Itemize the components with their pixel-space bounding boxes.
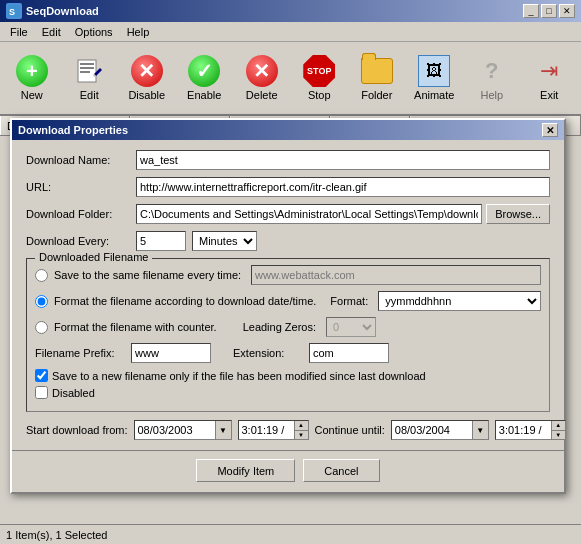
end-time-box: ▲ ▼ [495,420,566,440]
end-time-input[interactable] [496,421,551,439]
end-date-dropdown[interactable]: ▼ [472,421,488,439]
downloaded-filename-group: Downloaded Filename Save to the same fil… [26,258,550,412]
cancel-button[interactable]: Cancel [303,459,379,482]
toolbar-disable-button[interactable]: ✕ Disable [121,48,173,108]
url-row: URL: [26,177,550,197]
start-label: Start download from: [26,424,128,436]
toolbar-edit-button[interactable]: Edit [64,48,116,108]
stop-icon: STOP [303,55,335,87]
radio-format-date[interactable] [35,295,48,308]
radio1-row: Save to the same filename every time: [35,265,541,285]
ext-input[interactable] [309,343,389,363]
download-name-input[interactable] [136,150,550,170]
folder-input[interactable] [136,204,482,224]
toolbar-stop-button[interactable]: STOP Stop [294,48,346,108]
svg-rect-4 [80,67,94,69]
menu-file[interactable]: File [4,24,34,40]
check2-label: Disabled [52,387,95,399]
download-properties-dialog: Download Properties ✕ Download Name: URL… [10,118,566,494]
menu-options[interactable]: Options [69,24,119,40]
svg-text:S: S [9,7,15,17]
toolbar-animate-button[interactable]: 🖼 Animate [409,48,461,108]
url-label: URL: [26,181,136,193]
dialog-footer: Modify Item Cancel [12,450,564,492]
toolbar-new-button[interactable]: + New [6,48,58,108]
disable-icon: ✕ [131,55,163,87]
folder-label: Download Folder: [26,208,136,220]
toolbar-exit-button[interactable]: ⇥ Exit [524,48,576,108]
check2-row: Disabled [35,386,541,399]
app-icon: S [6,3,22,19]
folder-icon [361,55,393,87]
toolbar-folder-label: Folder [361,89,392,101]
menu-bar: File Edit Options Help [0,22,581,42]
every-input[interactable] [136,231,186,251]
download-every-row: Download Every: Minutes Hours Days [26,231,550,251]
start-date-box: ▼ [134,420,232,440]
toolbar-help-button[interactable]: ? Help [466,48,518,108]
groupbox-label: Downloaded Filename [35,251,152,263]
start-time-input[interactable] [239,421,294,439]
end-time-down[interactable]: ▼ [552,431,565,440]
minimize-button[interactable]: _ [523,4,539,18]
start-date-dropdown[interactable]: ▼ [215,421,231,439]
toolbar-delete-button[interactable]: ✕ Delete [236,48,288,108]
start-time-box: ▲ ▼ [238,420,309,440]
prefix-ext-row: Filename Prefix: Extension: [35,343,541,363]
radio1-label: Save to the same filename every time: [54,269,241,281]
new-icon: + [16,55,48,87]
toolbar-exit-label: Exit [540,89,558,101]
toolbar: + New Edit ✕ Disable ✓ Enable ✕ [0,42,581,116]
end-time-spin: ▲ ▼ [551,421,565,439]
svg-rect-3 [80,63,94,65]
app-title: SeqDownload [26,5,99,17]
menu-edit[interactable]: Edit [36,24,67,40]
help-icon: ? [476,55,508,87]
toolbar-animate-label: Animate [414,89,454,101]
animate-icon: 🖼 [418,55,450,87]
check1-row: Save to a new filename only if the file … [35,369,541,382]
start-time-down[interactable]: ▼ [295,431,308,440]
end-date-input[interactable] [392,421,472,439]
maximize-button[interactable]: □ [541,4,557,18]
prefix-label: Filename Prefix: [35,347,125,359]
radio-same-filename[interactable] [35,269,48,282]
folder-row: Download Folder: Browse... [26,204,550,224]
modified-checkbox[interactable] [35,369,48,382]
toolbar-edit-label: Edit [80,89,99,101]
start-time-up[interactable]: ▲ [295,421,308,431]
dialog-title-bar: Download Properties ✕ [12,120,564,140]
delete-icon: ✕ [246,55,278,87]
radio3-label: Format the filename with counter. [54,321,217,333]
radio-format-counter[interactable] [35,321,48,334]
toolbar-folder-button[interactable]: Folder [351,48,403,108]
start-date-input[interactable] [135,421,215,439]
toolbar-enable-button[interactable]: ✓ Enable [179,48,231,108]
modify-item-button[interactable]: Modify Item [196,459,295,482]
check1-label: Save to a new filename only if the file … [52,370,426,382]
url-input[interactable] [136,177,550,197]
every-label: Download Every: [26,235,136,247]
prefix-input[interactable] [131,343,211,363]
disabled-checkbox[interactable] [35,386,48,399]
dialog-close-button[interactable]: ✕ [542,123,558,137]
browse-button[interactable]: Browse... [486,204,550,224]
svg-rect-5 [80,71,90,73]
window-controls: _ □ ✕ [523,4,575,18]
date-row: Start download from: ▼ ▲ ▼ Continue unti… [26,420,550,440]
toolbar-stop-label: Stop [308,89,331,101]
window-close-button[interactable]: ✕ [559,4,575,18]
leading-zeros-label: Leading Zeros: [243,321,316,333]
download-name-row: Download Name: [26,150,550,170]
format-select[interactable]: yymmddhhnn [378,291,541,311]
end-time-up[interactable]: ▲ [552,421,565,431]
toolbar-new-label: New [21,89,43,101]
every-unit-select[interactable]: Minutes Hours Days [192,231,257,251]
toolbar-enable-label: Enable [187,89,221,101]
status-bar: 1 Item(s), 1 Selected [0,524,581,544]
menu-help[interactable]: Help [121,24,156,40]
download-name-label: Download Name: [26,154,136,166]
enable-icon: ✓ [188,55,220,87]
dialog-title-text: Download Properties [18,124,128,136]
format-label: Format: [330,295,368,307]
